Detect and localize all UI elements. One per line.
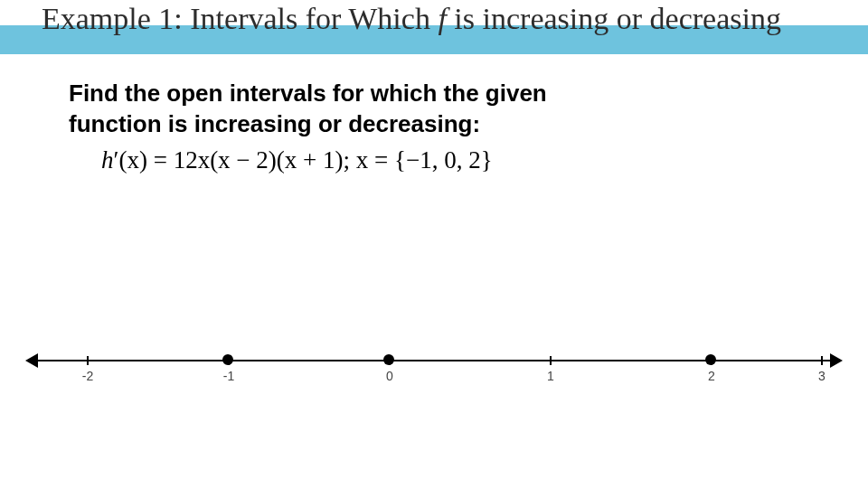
label-neg1: -1 [223, 369, 234, 383]
title-post: is increasing or decreasing [454, 2, 781, 35]
label-0: 0 [386, 369, 393, 383]
tick-1 [550, 356, 552, 365]
arrow-left-icon [25, 353, 38, 368]
number-line-axis [27, 360, 841, 361]
critical-point-neg1 [222, 354, 233, 365]
title-pre: Example 1: Intervals for Which [42, 2, 438, 35]
prompt-text: Find the open intervals for which the gi… [69, 78, 774, 139]
slide: Example 1: Intervals for Which f is incr… [0, 0, 868, 488]
eq-h: h [101, 146, 114, 174]
label-2: 2 [708, 369, 715, 383]
prompt-line1: Find the open intervals for which the gi… [69, 78, 774, 108]
eq-rhs: 12x(x − 2)(x + 1); x = {−1, 0, 2} [174, 146, 493, 174]
label-3: 3 [818, 369, 826, 383]
derivative-equation: h′(x) = 12x(x − 2)(x + 1); x = {−1, 0, 2… [101, 146, 493, 174]
eq-lparen: (x) = [118, 146, 173, 174]
prompt-line2: function is increasing or decreasing: [69, 108, 774, 139]
title-var: f [438, 2, 454, 35]
slide-title: Example 1: Intervals for Which f is incr… [42, 2, 837, 36]
critical-point-0 [383, 354, 394, 365]
arrow-right-icon [830, 353, 843, 368]
label-neg2: -2 [82, 369, 93, 383]
number-line: -2 -1 0 1 2 3 [27, 343, 841, 398]
tick-neg2 [87, 356, 89, 365]
tick-3 [821, 356, 823, 365]
critical-point-2 [705, 354, 716, 365]
label-1: 1 [547, 369, 554, 383]
